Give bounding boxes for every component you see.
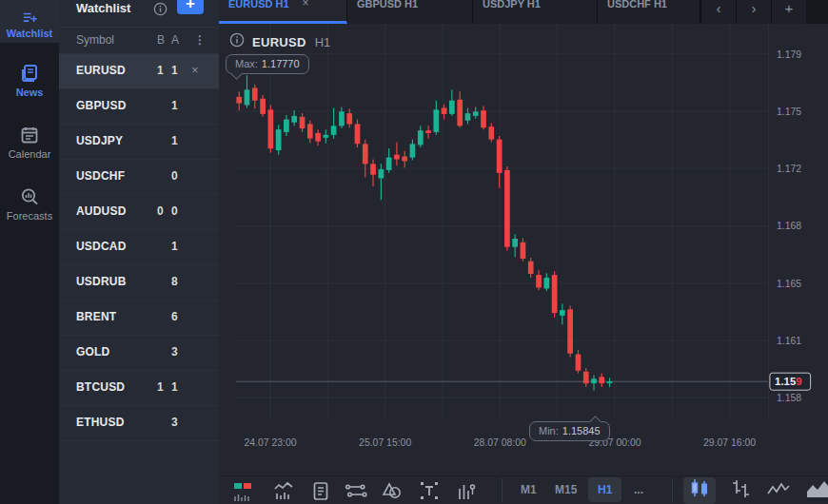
tab-usdchf-h1[interactable]: USDCHF H1 [598,0,700,24]
symbol-name: BTCUSD [76,380,125,394]
tab-bar: EURUSD H1×GBPUSD H1USDJPY H1USDCHF H1‹›+ [219,0,828,24]
symbol-name: GOLD [76,345,109,359]
watchlist-row-usdrub[interactable]: USDRUB 8 [59,265,219,300]
timeframe--button[interactable]: ... [628,480,649,499]
ask-count: 3 [171,345,178,359]
svg-text:1.179: 1.179 [777,49,801,60]
bid-count: 1 [157,380,164,394]
chart-area: 1.1791.1751.1721.1681.1651.1611.15824.07… [219,24,828,475]
bid-count: 1 [157,64,164,77]
close-icon[interactable]: × [191,63,199,77]
tab-add-button[interactable]: + [771,0,806,24]
ask-count: 3 [171,416,178,429]
ask-count: 1 [171,240,178,253]
svg-text:29.07 16:00: 29.07 16:00 [703,437,756,448]
sidebar: Watchlist News Calendar Forecasts [0,0,59,504]
symbol-name: BRENT [76,310,116,323]
sidebar-item-calendar[interactable]: Calendar [0,114,59,164]
watchlist-rows: EURUSD 1 1×GBPUSD 1USDJPY 1USDCHF 0AUDUS… [59,54,219,441]
ask-count: 1 [171,134,178,147]
trading-app: Watchlist News Calendar Forecasts Watchl… [0,0,828,504]
chart-header: EURUSD H1 [229,32,330,51]
sidebar-item-news[interactable]: News [0,52,59,102]
max-label: Max: [235,58,258,69]
tab-label: EURUSD H1 [228,0,289,10]
watchlist-row-brent[interactable]: BRENT 6 [59,300,219,336]
info-icon[interactable] [229,32,245,51]
watchlist-columns: Symbol B A ⋮ [59,28,219,54]
timeframe-m15-button[interactable]: M15 [549,480,582,499]
text-tool-icon[interactable] [419,480,440,504]
symbol-name: AUDUSD [76,204,127,218]
sidebar-item-label: Watchlist [7,28,53,39]
chart-canvas[interactable]: 1.1791.1751.1721.1681.1651.1611.15824.07… [219,24,828,475]
svg-text:1.165: 1.165 [777,279,801,289]
ask-count: 1 [171,99,178,112]
watchlist-row-usdcad[interactable]: USDCAD 1 [59,230,219,265]
chart-timeframe: H1 [315,35,331,49]
svg-text:1.175: 1.175 [777,107,801,117]
svg-text:1.168: 1.168 [777,221,801,231]
sidebar-item-forecasts[interactable]: Forecasts [0,176,59,225]
watchlist-row-ethusd[interactable]: ETHUSD 3 [59,406,219,441]
candles-icon-button[interactable] [683,477,716,504]
watchlist-row-btcusd[interactable]: BTCUSD 1 1 [59,371,219,406]
bars-icon [729,477,752,504]
watchlist-row-audusd[interactable]: AUDUSD 0 0 [59,195,219,230]
svg-text:1.161: 1.161 [777,336,801,346]
symbol-name: USDCHF [76,169,125,183]
info-icon[interactable] [153,2,168,20]
shapes-icon[interactable] [381,480,404,504]
watchlist-header: Watchlist + [59,0,219,28]
ask-count: 1 [171,64,178,77]
min-label: Min: [539,425,559,436]
symbol-name: GBPUSD [76,99,127,112]
chart-line-icon[interactable] [273,480,294,504]
line-icon [766,477,791,504]
area-icon-button[interactable] [801,477,828,504]
close-icon[interactable]: × [303,0,309,10]
toolbar-separator [502,478,503,502]
watchlist-row-usdjpy[interactable]: USDJPY 1 [59,125,219,160]
bars-icon-button[interactable] [724,477,757,504]
symbol-name: EURUSD [76,64,126,77]
ask-count: 1 [171,380,178,394]
watchlist-row-eurusd[interactable]: EURUSD 1 1× [59,54,219,89]
tab-usdjpy-h1[interactable]: USDJPY H1 [473,0,598,24]
sidebar-item-label: Calendar [9,148,51,160]
tab-label: USDCHF H1 [607,0,667,10]
kebab-menu-icon[interactable]: ⋮ [194,33,206,47]
svg-text:1.172: 1.172 [777,164,801,174]
watchlist-icon [19,9,40,25]
calendar-icon [19,125,40,145]
tab-next-button[interactable]: › [736,0,771,24]
timeframe-h1-button[interactable]: H1 [588,477,621,502]
tab-eurusd-h1[interactable]: EURUSD H1× [219,0,347,24]
watchlist-row-gbpusd[interactable]: GBPUSD 1 [59,89,219,125]
patterns-icon[interactable] [456,480,477,504]
timeframe-m1-button[interactable]: M1 [515,480,542,499]
bottom-toolbar: M1M15H1... [219,475,828,504]
min-price-tooltip: Min:1.15845 [529,421,610,441]
tab-prev-button[interactable]: ‹ [700,0,736,24]
events-icon[interactable] [310,480,331,504]
news-icon [19,63,40,84]
candles-icon [688,477,711,504]
sidebar-item-label: Forecasts [7,210,52,222]
svg-text:25.07 15:00: 25.07 15:00 [359,437,411,448]
watchlist-row-gold[interactable]: GOLD 3 [59,336,219,371]
column-ask: A [171,33,179,47]
ask-count: 8 [171,275,178,288]
add-symbol-button[interactable]: + [177,0,204,14]
trendline-icon[interactable] [345,480,367,504]
sidebar-item-watchlist[interactable]: Watchlist [0,0,59,43]
tab-gbpusd-h1[interactable]: GBPUSD H1 [347,0,473,24]
chart-symbol: EURUSD [252,35,306,49]
tab-label: USDJPY H1 [483,0,541,10]
ask-count: 0 [171,169,178,183]
forecasts-icon [19,186,40,207]
watchlist-row-usdchf[interactable]: USDCHF 0 [59,160,219,195]
symbol-name: USDJPY [76,134,123,147]
indicators-icon[interactable] [232,480,253,504]
line-icon-button[interactable] [762,477,795,504]
